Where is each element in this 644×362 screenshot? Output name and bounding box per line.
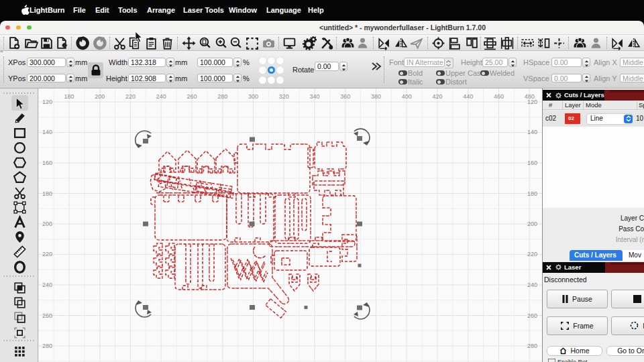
svg-text:180: 180 [527,190,537,197]
svg-text:400: 400 [402,93,412,100]
svg-text:180: 180 [64,93,74,100]
svg-text:420: 420 [432,93,442,100]
svg-text:140: 140 [527,129,537,135]
svg-text:240: 240 [527,282,537,288]
svg-text:460: 460 [494,93,504,100]
svg-text:240: 240 [156,93,166,100]
svg-text:320: 320 [279,93,289,100]
svg-text:280: 280 [527,343,537,349]
svg-text:260: 260 [186,93,197,100]
svg-text:260: 260 [42,312,52,319]
svg-text:160: 160 [527,160,537,166]
svg-text:200: 200 [95,93,105,100]
svg-text:340: 340 [309,93,319,100]
svg-text:180: 180 [42,190,52,197]
svg-text:440: 440 [463,93,473,100]
svg-text:120: 120 [527,99,537,105]
svg-text:300: 300 [248,93,258,100]
svg-text:120: 120 [42,99,52,105]
svg-text:140: 140 [42,129,52,135]
svg-text:260: 260 [527,312,537,319]
svg-text:380: 380 [371,93,381,100]
svg-text:360: 360 [340,93,350,100]
svg-text:220: 220 [527,251,537,257]
svg-text:200: 200 [42,221,52,227]
svg-text:280: 280 [217,93,227,100]
svg-text:280: 280 [42,343,52,349]
svg-text:160: 160 [42,160,52,166]
svg-text:220: 220 [125,93,136,100]
svg-text:220: 220 [42,251,52,257]
svg-text:200: 200 [527,221,537,227]
svg-text:240: 240 [42,282,52,288]
